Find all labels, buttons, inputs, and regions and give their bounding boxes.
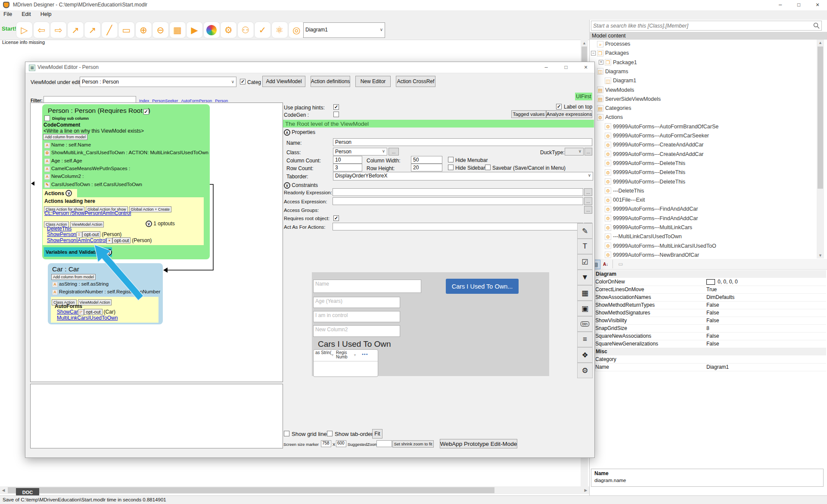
action-crossref-button[interactable]: Action CrossRef <box>396 76 435 87</box>
viewmodel-column-row[interactable]: AAge : self.Age <box>44 158 82 164</box>
property-row[interactable]: SquareNewGeneralizationsFalse <box>595 340 826 348</box>
tree-item[interactable]: ⚙99999AutoForms---DeleteThis <box>599 159 685 168</box>
cars-owned-button[interactable]: Cars I Used To Own... <box>446 279 519 294</box>
toolbar-button[interactable]: ⚙ <box>220 22 237 38</box>
property-row[interactable]: SnapGridSize8 <box>595 324 826 333</box>
actions-section-label[interactable]: Actions ∨ <box>43 189 77 197</box>
start-label[interactable]: Start! <box>2 25 16 32</box>
close-button[interactable]: × <box>808 0 827 10</box>
requires-root-checkbox[interactable] <box>143 109 149 115</box>
name-input[interactable]: Person <box>333 138 592 146</box>
fit-button[interactable]: Fit <box>372 429 382 439</box>
canvas-horizontal-scrollbar[interactable]: ◀ ▶ <box>0 486 589 494</box>
toolbar-button[interactable]: ⇨ <box>50 22 67 38</box>
opt-out-button[interactable]: opt-out <box>82 231 100 237</box>
toolbar-button[interactable]: ⚛ <box>271 22 288 38</box>
toolbar-button[interactable]: ⊕ <box>135 22 152 38</box>
analyze-expressions-button[interactable]: Analyze expressions <box>546 110 592 118</box>
tree-item[interactable]: ⚙99999AutoForms---CreateAndAddCar <box>599 140 704 149</box>
codegen-checkbox[interactable] <box>333 112 339 117</box>
show-car-link[interactable]: ShowCar <box>57 309 78 315</box>
property-pages-button[interactable]: ▭ <box>616 260 625 268</box>
show-grid-lines-checkbox[interactable] <box>284 431 289 436</box>
vm-toolbar-button[interactable]: ▼ <box>577 270 593 285</box>
toolbar-button[interactable]: ▦ <box>169 22 186 38</box>
new-editor-button[interactable]: New Editor <box>355 76 391 87</box>
menu-item-edit[interactable]: Edit <box>22 11 31 19</box>
viewmodel-action-button[interactable]: ViewModel Action <box>78 299 112 305</box>
property-row[interactable]: ShowVisibilityFalse <box>595 317 826 325</box>
tree-item[interactable]: +❒Package1 <box>599 58 637 67</box>
variables-collapse-icon[interactable]: ∨ <box>106 249 112 255</box>
toolbar-button[interactable]: ▭ <box>118 22 135 38</box>
properties-section-header[interactable]: ∧ Properties <box>284 129 315 136</box>
property-row[interactable]: NameDiagram1 <box>595 363 826 371</box>
categ-checkbox[interactable] <box>240 79 246 84</box>
tree-item[interactable]: ▤Categories <box>591 104 631 112</box>
sort-az-button[interactable]: A↓ <box>601 260 610 268</box>
screen-width-input[interactable]: 758 <box>321 440 331 447</box>
action-definitions-button[interactable]: Action definitions <box>311 76 350 87</box>
tree-item[interactable]: −❒Packages <box>591 49 629 57</box>
cl-person-link[interactable]: CL:Person /ShowPersonIAmInControl <box>44 210 131 216</box>
filter-funnel-icon[interactable]: ▼ <box>331 353 334 357</box>
preview-field-age-years-[interactable]: Age (Years) <box>313 297 400 308</box>
show-tab-order-checkbox[interactable] <box>327 431 333 436</box>
tree-item[interactable]: ▤ServerSideViewModels <box>591 95 661 103</box>
tree-item[interactable]: ⚙99999AutoForms---AutoFormCarSeeker <box>599 131 709 140</box>
add-viewmodel-button[interactable]: Add ViewModel <box>262 76 305 87</box>
tagged-values-button[interactable]: Tagged values <box>511 110 546 118</box>
vm-toolbar-button[interactable]: ▦ <box>577 285 593 301</box>
viewmodel-column-row[interactable]: AName : self.Name <box>44 142 91 148</box>
property-row[interactable]: ShowMethodReturnTypesFalse <box>595 301 826 309</box>
variables-validations-bar[interactable]: Variables and Validations ∨ <box>44 247 112 257</box>
cars-owned-grid[interactable]: as Strin( ▼ Regis Numb ▼ ••• <box>313 349 378 377</box>
class-combo[interactable]: Person <box>333 148 387 156</box>
suggested-zoom-input[interactable] <box>376 440 392 447</box>
column-count-input[interactable]: 10 <box>333 156 362 164</box>
dialog-minimize-button[interactable]: – <box>539 63 553 72</box>
display-sub-column-checkbox[interactable] <box>44 115 50 121</box>
search-input[interactable] <box>591 21 822 31</box>
preview-field-name[interactable]: Name <box>313 280 421 293</box>
property-row[interactable]: Category <box>595 355 826 364</box>
search-icon[interactable] <box>813 22 820 29</box>
ducktype-combo[interactable] <box>565 148 584 156</box>
tree-item[interactable]: ⚙99999AutoForms---DeleteThis <box>599 177 685 186</box>
code-comment-text[interactable]: <Write a line on why this ViewModel exis… <box>44 128 144 134</box>
tree-item[interactable]: ⚙99999AutoForms---AutoFormBrandOfCarSe <box>599 122 718 131</box>
toolbar-button[interactable]: ✓ <box>254 22 271 38</box>
diagram-selector[interactable]: Diagram1 <box>303 22 385 38</box>
maximize-button[interactable]: □ <box>790 0 808 10</box>
delete-this-link[interactable]: DeleteThis <box>47 226 72 232</box>
tree-item[interactable]: ⚙Actions <box>591 113 623 121</box>
menu-item-help[interactable]: Help <box>40 11 52 19</box>
tree-item[interactable]: ⚙---DeleteThis <box>599 187 644 195</box>
dialog-close-button[interactable]: × <box>578 63 593 72</box>
vm-toolbar-button[interactable]: ⚙ <box>577 363 593 378</box>
toolbar-button[interactable]: ◎ <box>288 22 305 38</box>
tree-item[interactable]: ⚙99999AutoForms---DeleteThis <box>599 168 685 177</box>
column-width-input[interactable]: 50 <box>411 156 442 164</box>
viewmodel-column-row[interactable]: ARegistrationNumber : self.RegistrationN… <box>52 289 160 295</box>
constraints-collapse-icon[interactable]: ∨ <box>284 182 290 189</box>
tree-item[interactable]: ⚙99999AutoForms---MultiLinkCars <box>599 223 692 232</box>
global-action-create-button[interactable]: Global Action + Create <box>129 206 171 212</box>
label-on-top-checkbox[interactable] <box>556 104 562 109</box>
readonly-expression-input[interactable] <box>333 188 583 196</box>
requires-root-object-checkbox[interactable] <box>333 215 339 221</box>
dialog-maximize-button[interactable]: □ <box>559 63 573 72</box>
preview-field-new-column2[interactable]: New Column2 <box>313 325 400 337</box>
optouts-expander[interactable]: ∨ 1 optouts <box>146 221 175 227</box>
grid-col-regnumber[interactable]: Regis Numb <box>336 351 354 359</box>
car-add-column-button[interactable]: Add column from model <box>51 274 96 280</box>
property-row[interactable]: ShowMethodSignaturesFalse <box>595 309 826 317</box>
tree-scrollbar[interactable]: ▲ ▼ <box>817 40 824 258</box>
tree-item[interactable]: »Processes <box>591 40 630 48</box>
grid-more-button[interactable]: ••• <box>362 352 368 357</box>
add-column-button[interactable]: Add column from model <box>43 134 87 140</box>
vm-toolbar-button[interactable]: ▣ <box>577 301 593 316</box>
vm-under-edit-combo[interactable]: Person : Person <box>80 77 236 87</box>
act-as-input[interactable] <box>333 223 583 230</box>
access-expression-input[interactable] <box>333 197 583 205</box>
